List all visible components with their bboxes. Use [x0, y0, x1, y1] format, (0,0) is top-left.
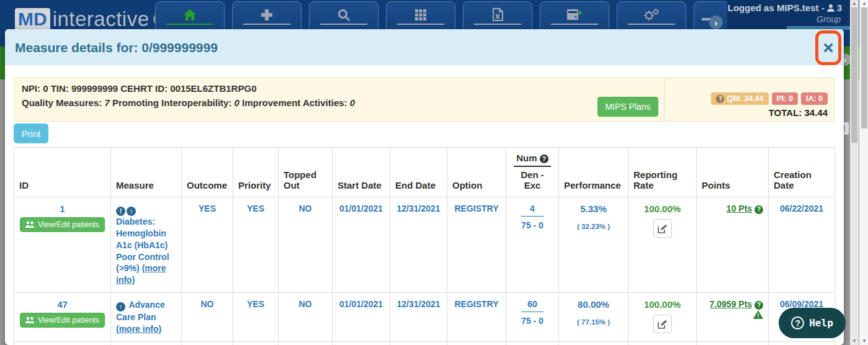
reporting-rate-cell: 100.00%	[629, 293, 697, 342]
scroll-down-arrow[interactable]: ▼	[850, 338, 859, 345]
performance-value: 5.33%	[562, 204, 625, 214]
scroll-up-arrow[interactable]: ▲	[860, 0, 868, 7]
performance-cell: 97.78% ( 95.94% )	[559, 341, 629, 345]
end-date-cell: 12/31/2021	[390, 341, 447, 345]
user-count: 3	[837, 2, 842, 13]
warning-triangle-icon[interactable]	[753, 310, 763, 319]
performance-value: 80.00%	[562, 299, 625, 310]
end-date-cell: 12/31/2021	[390, 293, 447, 342]
num-den-cell: 220 225 - 0	[506, 341, 559, 345]
group-label: Group	[817, 14, 841, 24]
edit-icon	[658, 224, 667, 233]
search-icon	[338, 5, 350, 21]
measure-id-link[interactable]: 1	[17, 204, 108, 214]
col-reporting-rate: Reporting Rate	[629, 148, 697, 197]
col-option: Option	[447, 148, 506, 197]
measure-cell: !↑ Diabetes: Hemoglobin A1c (HbA1c) Poor…	[111, 197, 182, 293]
logged-as-text: Logged as MIPS.test - 3	[728, 2, 842, 13]
app-logo[interactable]: MD interactive ‹	[15, 7, 167, 31]
close-button[interactable]: ×	[815, 30, 841, 65]
user-icon	[826, 4, 835, 12]
question-icon: ?	[791, 316, 804, 329]
table-row: 1 View/Edit patients !↑ Diabetes: Hemogl…	[14, 197, 835, 293]
npi-tin-cehrt-line: NPI: 0 TIN: 999999999 CEHRT ID: 0015EL6Z…	[22, 83, 656, 94]
edit-button[interactable]	[653, 219, 672, 238]
qm-label: Quality Measures:	[22, 97, 102, 108]
scroll-down-arrow[interactable]: ▼	[860, 338, 868, 345]
reporting-rate-cell: 100.00%	[629, 197, 697, 293]
scroll-up-arrow[interactable]: ▲	[850, 0, 859, 7]
grid-icon	[414, 5, 427, 21]
scrollbar-thumb[interactable]	[851, 7, 857, 143]
help-button[interactable]: ? Help	[779, 308, 846, 338]
home-icon	[183, 5, 197, 21]
users-icon	[25, 316, 35, 324]
mips-plans-button[interactable]: MIPS Plans	[597, 97, 658, 117]
summary-scores: ? QM: 34.44 PI: 0 IA: 0 TOTAL: 34.44	[664, 78, 834, 121]
view-edit-patients-button[interactable]: View/Edit patients	[20, 217, 105, 232]
tab-separator	[243, 24, 290, 25]
modal-title: Measure details for: 0/999999999	[15, 40, 218, 55]
start-date-cell: 01/01/2021	[333, 197, 390, 293]
qm-count: 7	[104, 97, 109, 108]
performance-benchmark: ( 77.15% )	[562, 318, 625, 326]
users-icon	[25, 221, 35, 228]
creation-date-cell: 06/22/2021	[769, 197, 835, 293]
creation-date-cell	[769, 341, 835, 345]
performance-cell: 5.33% ( 32.23% )	[559, 197, 629, 293]
fraction: 60 75 - 0	[521, 299, 544, 326]
scrollbar-inner[interactable]: ▲ ▼	[850, 0, 859, 345]
num-den-cell: 60 75 - 0	[506, 293, 559, 342]
scrollbar-thumb[interactable]	[861, 7, 867, 128]
question-icon[interactable]: ?	[540, 155, 548, 163]
col-creation-date: Creation Date	[769, 148, 835, 197]
table-header-row: ID Measure Outcome Priority Topped Out S…	[14, 148, 835, 197]
tab-separator	[166, 24, 213, 25]
tab-separator	[628, 24, 675, 25]
view-edit-label: View/Edit patients	[38, 220, 99, 229]
reporting-rate-value: 100.00%	[631, 299, 694, 310]
option-cell: REGISTRY	[447, 197, 506, 293]
col-num-den: Num ? Den - Exc	[506, 148, 559, 197]
denominator: 75 - 0	[521, 220, 544, 230]
id-cell: 110 View/Edit patients	[14, 341, 111, 345]
question-icon[interactable]: ?	[754, 205, 763, 214]
question-icon[interactable]: ?	[754, 301, 763, 310]
topped-out-cell: NO	[279, 197, 333, 293]
print-button[interactable]: Print	[14, 123, 48, 143]
plus-icon	[261, 5, 273, 21]
reporting-rate-value: 100.00%	[631, 204, 694, 214]
tab-separator	[474, 24, 521, 25]
arrow-up-circle-icon: ↑	[127, 207, 136, 216]
measure-cell: ↑ Advance Care Plan (more info)	[111, 293, 182, 342]
priority-cell: NO	[233, 341, 279, 345]
num-header: Num ?	[514, 153, 551, 167]
edit-button[interactable]	[653, 315, 672, 333]
view-edit-patients-button[interactable]: View/Edit patients	[20, 313, 105, 328]
start-date-cell: 01/01/2021	[333, 341, 390, 345]
col-start-date: Start Date	[333, 148, 390, 197]
points-cell: 7.0959 Pts ?	[697, 293, 769, 342]
scrollbar-outer[interactable]: ▲ ▼	[859, 0, 868, 345]
logo-text: interactive	[53, 7, 150, 31]
den-header: Den - Exc	[521, 169, 544, 190]
points-cell: 0 Pts ?	[697, 341, 769, 345]
start-date-cell: 01/01/2021	[333, 293, 390, 342]
points-link[interactable]: 7.0959 Pts	[710, 299, 753, 309]
option-cell: REGISTRY	[447, 293, 506, 342]
topped-out-cell	[279, 341, 333, 345]
summary-well: NPI: 0 TIN: 999999999 CEHRT ID: 0015EL6Z…	[14, 78, 834, 122]
qm-score-badge: ? QM: 34.44	[711, 92, 768, 105]
numerator[interactable]: 60	[521, 299, 544, 312]
measure-id-link[interactable]: 47	[17, 299, 108, 310]
more-info-link[interactable]: (more info)	[116, 324, 161, 334]
col-measure: Measure	[111, 148, 182, 197]
chevron-right-icon[interactable]: ›	[709, 16, 723, 29]
points-link[interactable]: 10 Pts	[727, 204, 752, 213]
help-label: Help	[809, 317, 833, 329]
col-outcome: Outcome	[182, 148, 233, 197]
pi-count: 0	[235, 97, 239, 108]
numerator[interactable]: 4	[521, 204, 544, 217]
ia-label: Improvement Activities:	[242, 97, 347, 108]
total-score: TOTAL: 34.44	[769, 107, 828, 118]
